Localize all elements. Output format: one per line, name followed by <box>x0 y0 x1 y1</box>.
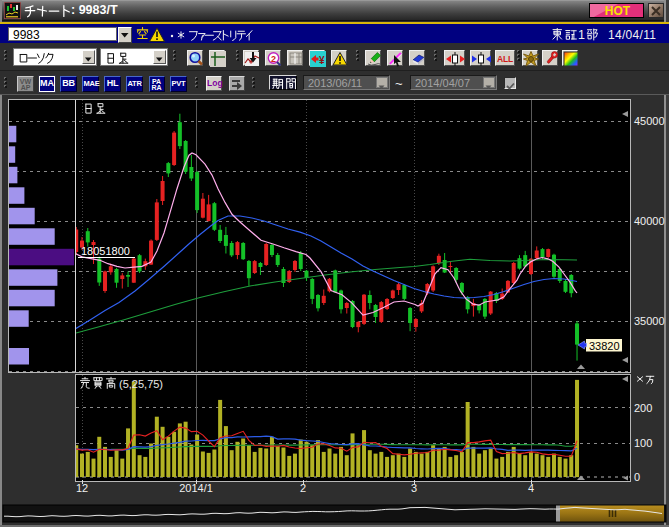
svg-text:40000: 40000 <box>634 215 665 227</box>
svg-text:12: 12 <box>76 482 88 494</box>
svg-text:200: 200 <box>634 402 652 414</box>
svg-text:45000: 45000 <box>634 115 665 127</box>
svg-text:ALL: ALL <box>497 54 513 64</box>
svg-text:2014/1: 2014/1 <box>179 482 213 494</box>
svg-text:2: 2 <box>300 482 306 494</box>
svg-text:33820: 33820 <box>589 340 620 352</box>
svg-text:18051800: 18051800 <box>81 245 130 257</box>
svg-text:2: 2 <box>271 54 276 64</box>
svg-text:4: 4 <box>528 482 534 494</box>
svg-text:35000: 35000 <box>634 315 665 327</box>
svg-text:(5,25,75): (5,25,75) <box>119 378 163 390</box>
svg-text:0: 0 <box>634 471 640 483</box>
svg-text:100: 100 <box>634 437 652 449</box>
svg-text:¥: ¥ <box>319 55 325 66</box>
svg-text:3: 3 <box>411 482 417 494</box>
